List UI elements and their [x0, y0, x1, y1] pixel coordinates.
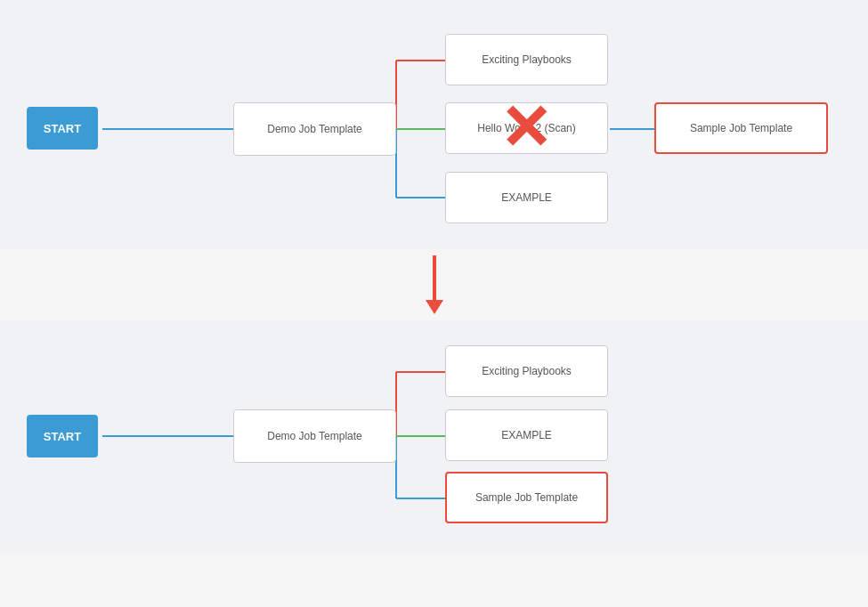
down-arrow-line	[433, 255, 436, 300]
start-node-top: START	[27, 107, 98, 150]
demo-job-template-node-top[interactable]: Demo Job Template	[233, 102, 396, 156]
exciting-playbooks-node-top[interactable]: Exciting Playbooks	[445, 34, 608, 85]
sample-job-template-node-top[interactable]: Sample Job Template	[654, 102, 828, 154]
diagram-area-top: START Demo Job Template Exciting Playboo…	[0, 0, 868, 249]
example-node-top[interactable]: EXAMPLE	[445, 172, 608, 223]
connector-lines-bottom	[0, 320, 868, 552]
sample-job-template-node-bottom[interactable]: Sample Job Template	[445, 472, 608, 523]
transition-arrow	[0, 249, 868, 320]
exciting-playbooks-node-bottom[interactable]: Exciting Playbooks	[445, 345, 608, 397]
example-node-bottom[interactable]: EXAMPLE	[445, 409, 608, 461]
down-arrow-container	[426, 255, 443, 314]
down-arrow-head	[426, 300, 443, 314]
start-node-bottom: START	[27, 415, 98, 457]
x-mark-icon: ✕	[481, 98, 570, 158]
diagram-area-bottom: START Demo Job Template Exciting Playboo…	[0, 320, 868, 552]
demo-job-template-node-bottom[interactable]: Demo Job Template	[233, 409, 396, 463]
diagram-section-bottom: START Demo Job Template Exciting Playboo…	[0, 320, 868, 552]
diagram-section-top: START Demo Job Template Exciting Playboo…	[0, 0, 868, 249]
